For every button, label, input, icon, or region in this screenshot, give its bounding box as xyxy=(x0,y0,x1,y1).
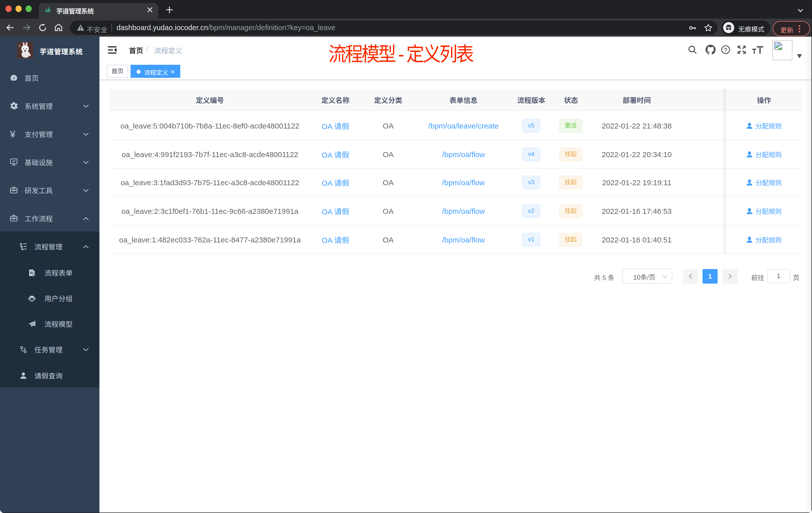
svg-text:?: ? xyxy=(724,47,727,53)
